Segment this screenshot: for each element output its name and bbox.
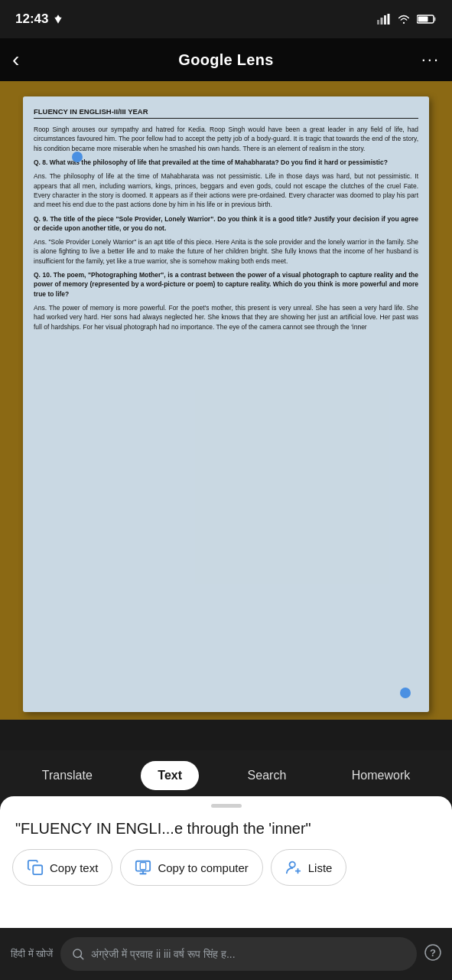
listen-button[interactable]: Liste [271,849,347,886]
tab-homework[interactable]: Homework [335,761,427,790]
search-lang-button[interactable]: हिंदी में खोजें [11,948,53,960]
bottom-search-row: हिंदी में खोजें अंग्रेजी में प्रवाह ii i… [0,928,452,980]
svg-text:?: ? [430,947,436,959]
svg-point-10 [289,862,294,867]
tab-search[interactable]: Search [231,761,304,790]
svg-rect-0 [377,20,379,24]
copy-text-label: Copy text [50,861,98,874]
status-icons [377,14,437,24]
selection-handle-top[interactable] [72,152,83,162]
listen-icon [285,859,302,876]
battery-icon [417,14,437,24]
doc-ans8: Ans. The philosophy of life at the time … [34,172,418,209]
copy-text-icon [27,859,44,876]
svg-rect-6 [418,17,428,22]
status-time: 12:43 [15,11,63,27]
search-input-wrapper[interactable]: अंग्रेजी में प्रवाह ii iii वर्ष रूप सिंह… [60,937,417,971]
copy-to-computer-button[interactable]: Copy to computer [120,849,262,886]
svg-rect-7 [33,865,42,874]
svg-rect-5 [434,18,436,21]
back-button[interactable]: ‹ [12,47,43,72]
location-icon [53,14,63,24]
copy-to-computer-label: Copy to computer [158,861,248,874]
doc-ans10: Ans. The power of memory is more powerfu… [34,303,418,332]
document-area: FLUENCY IN ENGLISH-II/III YEAR Roop Sing… [0,81,452,720]
document-content: FLUENCY IN ENGLISH-II/III YEAR Roop Sing… [23,96,429,344]
wifi-icon [397,14,411,24]
help-icon: ? [424,944,441,961]
status-bar: 12:43 [0,0,452,38]
doc-para-1: Roop Singh arouses our sympathy and hatr… [34,125,418,153]
sheet-preview-text: "FLUENCY IN ENGLI...e through the 'inner… [0,808,452,844]
copy-computer-icon [135,859,151,876]
more-button[interactable]: ··· [409,50,440,70]
tab-translate[interactable]: Translate [25,761,109,790]
search-icon [71,947,85,961]
selection-handle-bottom[interactable] [400,688,411,698]
svg-rect-1 [381,18,383,24]
doc-q9: Q. 9. The title of the piece "Sole Provi… [34,214,418,234]
document-title: FLUENCY IN ENGLISH-II/III YEAR [34,107,418,119]
bottom-sheet: "FLUENCY IN ENGLI...e through the 'inner… [0,796,452,980]
doc-q10: Q. 10. The poem, "Photographing Mother",… [34,270,418,299]
copy-text-button[interactable]: Copy text [12,849,112,886]
listen-label: Liste [308,861,333,874]
title-google: Google [178,51,233,68]
title-lens: Lens [233,51,274,68]
sheet-actions: Copy text Copy to computer Liste [0,844,452,895]
document-paper: FLUENCY IN ENGLISH-II/III YEAR Roop Sing… [23,96,429,712]
svg-rect-9 [141,863,146,870]
top-nav: ‹ Google Lens ··· [0,38,452,81]
svg-rect-3 [388,14,390,24]
tab-bar: Translate Text Search Homework [0,750,452,800]
app-title: Google Lens [178,51,273,69]
help-button[interactable]: ? [424,944,441,965]
doc-q8: Q. 8. What was the philosophy of life th… [34,158,418,167]
tab-text[interactable]: Text [141,761,199,790]
search-input-placeholder: अंग्रेजी में प्रवाह ii iii वर्ष रूप सिंह… [91,948,406,961]
document-body: Roop Singh arouses our sympathy and hatr… [34,125,418,332]
svg-rect-2 [384,15,386,24]
signal-icon [377,14,391,24]
doc-ans9: Ans. "Sole Provider Lonely Warrior" is a… [34,237,418,266]
